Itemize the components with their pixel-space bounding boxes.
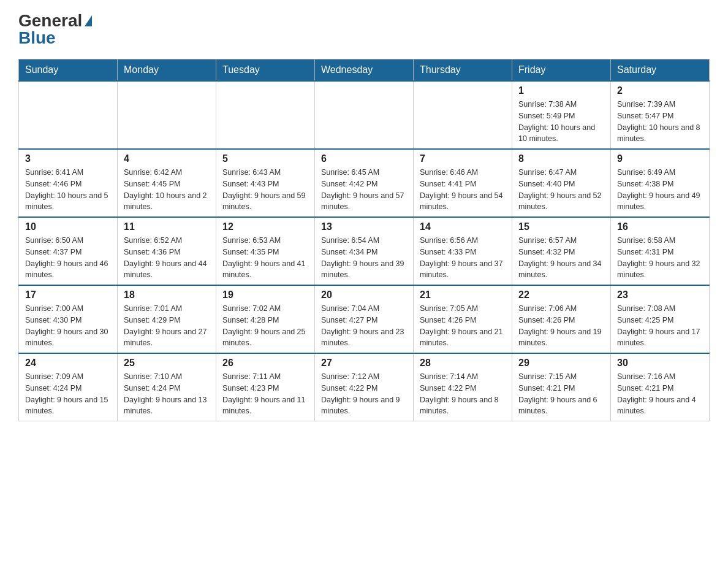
- calendar-cell: 17Sunrise: 7:00 AM Sunset: 4:30 PM Dayli…: [19, 285, 118, 353]
- day-info: Sunrise: 7:05 AM Sunset: 4:26 PM Dayligh…: [420, 303, 506, 349]
- day-number: 4: [124, 153, 210, 164]
- calendar-cell: [414, 81, 512, 149]
- calendar-cell: 22Sunrise: 7:06 AM Sunset: 4:26 PM Dayli…: [512, 285, 611, 353]
- logo: General Blue: [18, 12, 92, 47]
- day-info: Sunrise: 7:39 AM Sunset: 5:47 PM Dayligh…: [617, 99, 703, 145]
- calendar-header-row: SundayMondayTuesdayWednesdayThursdayFrid…: [19, 59, 710, 82]
- calendar-week-row: 10Sunrise: 6:50 AM Sunset: 4:37 PM Dayli…: [19, 217, 710, 285]
- day-info: Sunrise: 7:38 AM Sunset: 5:49 PM Dayligh…: [518, 99, 604, 145]
- day-number: 28: [420, 358, 506, 369]
- calendar-week-row: 17Sunrise: 7:00 AM Sunset: 4:30 PM Dayli…: [19, 285, 710, 353]
- page-header: General Blue: [18, 12, 710, 47]
- day-header-wednesday: Wednesday: [315, 59, 414, 82]
- day-info: Sunrise: 6:45 AM Sunset: 4:42 PM Dayligh…: [321, 167, 407, 213]
- calendar-cell: 15Sunrise: 6:57 AM Sunset: 4:32 PM Dayli…: [512, 217, 611, 285]
- day-info: Sunrise: 7:04 AM Sunset: 4:27 PM Dayligh…: [321, 303, 407, 349]
- calendar-cell: 2Sunrise: 7:39 AM Sunset: 5:47 PM Daylig…: [611, 81, 710, 149]
- calendar-cell: 7Sunrise: 6:46 AM Sunset: 4:41 PM Daylig…: [414, 149, 512, 217]
- logo-general-text: General: [18, 12, 82, 29]
- day-number: 22: [518, 289, 604, 301]
- day-info: Sunrise: 6:53 AM Sunset: 4:35 PM Dayligh…: [222, 235, 308, 281]
- day-info: Sunrise: 6:57 AM Sunset: 4:32 PM Dayligh…: [518, 235, 604, 281]
- day-info: Sunrise: 7:08 AM Sunset: 4:25 PM Dayligh…: [617, 303, 703, 349]
- day-number: 24: [25, 358, 111, 369]
- day-number: 15: [518, 221, 604, 232]
- day-number: 11: [124, 221, 210, 232]
- day-number: 7: [420, 153, 506, 164]
- day-info: Sunrise: 6:54 AM Sunset: 4:34 PM Dayligh…: [321, 235, 407, 281]
- day-header-monday: Monday: [118, 59, 216, 82]
- calendar-cell: 4Sunrise: 6:42 AM Sunset: 4:45 PM Daylig…: [118, 149, 216, 217]
- day-info: Sunrise: 6:46 AM Sunset: 4:41 PM Dayligh…: [420, 167, 506, 213]
- day-number: 29: [518, 358, 604, 369]
- day-number: 3: [25, 153, 111, 164]
- day-header-friday: Friday: [512, 59, 611, 82]
- calendar-cell: 16Sunrise: 6:58 AM Sunset: 4:31 PM Dayli…: [611, 217, 710, 285]
- day-info: Sunrise: 6:58 AM Sunset: 4:31 PM Dayligh…: [617, 235, 703, 281]
- day-info: Sunrise: 6:43 AM Sunset: 4:43 PM Dayligh…: [222, 167, 308, 213]
- calendar-cell: 5Sunrise: 6:43 AM Sunset: 4:43 PM Daylig…: [216, 149, 315, 217]
- day-number: 23: [617, 289, 703, 301]
- day-number: 20: [321, 289, 407, 301]
- day-header-sunday: Sunday: [19, 59, 118, 82]
- day-number: 14: [420, 221, 506, 232]
- calendar-week-row: 24Sunrise: 7:09 AM Sunset: 4:24 PM Dayli…: [19, 353, 710, 421]
- day-info: Sunrise: 6:41 AM Sunset: 4:46 PM Dayligh…: [25, 167, 111, 213]
- calendar-cell: 1Sunrise: 7:38 AM Sunset: 5:49 PM Daylig…: [512, 81, 611, 149]
- calendar-cell: 29Sunrise: 7:15 AM Sunset: 4:21 PM Dayli…: [512, 353, 611, 421]
- day-number: 10: [25, 221, 111, 232]
- day-info: Sunrise: 6:52 AM Sunset: 4:36 PM Dayligh…: [124, 235, 210, 281]
- calendar-cell: 30Sunrise: 7:16 AM Sunset: 4:21 PM Dayli…: [611, 353, 710, 421]
- day-info: Sunrise: 7:01 AM Sunset: 4:29 PM Dayligh…: [124, 303, 210, 349]
- day-number: 8: [518, 153, 604, 164]
- calendar-cell: 27Sunrise: 7:12 AM Sunset: 4:22 PM Dayli…: [315, 353, 414, 421]
- day-number: 16: [617, 221, 703, 232]
- day-number: 1: [518, 85, 604, 96]
- day-header-thursday: Thursday: [414, 59, 512, 82]
- day-number: 21: [420, 289, 506, 301]
- calendar-week-row: 3Sunrise: 6:41 AM Sunset: 4:46 PM Daylig…: [19, 149, 710, 217]
- calendar-cell: [216, 81, 315, 149]
- calendar-cell: 3Sunrise: 6:41 AM Sunset: 4:46 PM Daylig…: [19, 149, 118, 217]
- day-header-saturday: Saturday: [611, 59, 710, 82]
- logo-blue-text: Blue: [18, 29, 56, 47]
- calendar-cell: 19Sunrise: 7:02 AM Sunset: 4:28 PM Dayli…: [216, 285, 315, 353]
- calendar-cell: 24Sunrise: 7:09 AM Sunset: 4:24 PM Dayli…: [19, 353, 118, 421]
- day-info: Sunrise: 7:10 AM Sunset: 4:24 PM Dayligh…: [124, 371, 210, 417]
- day-number: 6: [321, 153, 407, 164]
- calendar-cell: 20Sunrise: 7:04 AM Sunset: 4:27 PM Dayli…: [315, 285, 414, 353]
- day-number: 13: [321, 221, 407, 232]
- day-info: Sunrise: 7:06 AM Sunset: 4:26 PM Dayligh…: [518, 303, 604, 349]
- day-info: Sunrise: 7:15 AM Sunset: 4:21 PM Dayligh…: [518, 371, 604, 417]
- day-info: Sunrise: 6:49 AM Sunset: 4:38 PM Dayligh…: [617, 167, 703, 213]
- day-number: 12: [222, 221, 308, 232]
- day-number: 19: [222, 289, 308, 301]
- calendar-cell: [118, 81, 216, 149]
- calendar-cell: 12Sunrise: 6:53 AM Sunset: 4:35 PM Dayli…: [216, 217, 315, 285]
- day-number: 17: [25, 289, 111, 301]
- day-info: Sunrise: 7:09 AM Sunset: 4:24 PM Dayligh…: [25, 371, 111, 417]
- calendar-cell: 23Sunrise: 7:08 AM Sunset: 4:25 PM Dayli…: [611, 285, 710, 353]
- calendar-table: SundayMondayTuesdayWednesdayThursdayFrid…: [18, 59, 710, 421]
- day-info: Sunrise: 7:11 AM Sunset: 4:23 PM Dayligh…: [222, 371, 308, 417]
- calendar-cell: 6Sunrise: 6:45 AM Sunset: 4:42 PM Daylig…: [315, 149, 414, 217]
- day-number: 30: [617, 358, 703, 369]
- day-info: Sunrise: 6:56 AM Sunset: 4:33 PM Dayligh…: [420, 235, 506, 281]
- day-info: Sunrise: 6:47 AM Sunset: 4:40 PM Dayligh…: [518, 167, 604, 213]
- day-number: 2: [617, 85, 703, 96]
- calendar-cell: 21Sunrise: 7:05 AM Sunset: 4:26 PM Dayli…: [414, 285, 512, 353]
- day-number: 27: [321, 358, 407, 369]
- logo-triangle-icon: [85, 15, 92, 26]
- day-info: Sunrise: 7:00 AM Sunset: 4:30 PM Dayligh…: [25, 303, 111, 349]
- day-number: 9: [617, 153, 703, 164]
- calendar-cell: 9Sunrise: 6:49 AM Sunset: 4:38 PM Daylig…: [611, 149, 710, 217]
- calendar-cell: 14Sunrise: 6:56 AM Sunset: 4:33 PM Dayli…: [414, 217, 512, 285]
- day-number: 25: [124, 358, 210, 369]
- day-header-tuesday: Tuesday: [216, 59, 315, 82]
- calendar-cell: [315, 81, 414, 149]
- day-info: Sunrise: 7:14 AM Sunset: 4:22 PM Dayligh…: [420, 371, 506, 417]
- day-number: 18: [124, 289, 210, 301]
- calendar-cell: [19, 81, 118, 149]
- calendar-cell: 8Sunrise: 6:47 AM Sunset: 4:40 PM Daylig…: [512, 149, 611, 217]
- calendar-cell: 18Sunrise: 7:01 AM Sunset: 4:29 PM Dayli…: [118, 285, 216, 353]
